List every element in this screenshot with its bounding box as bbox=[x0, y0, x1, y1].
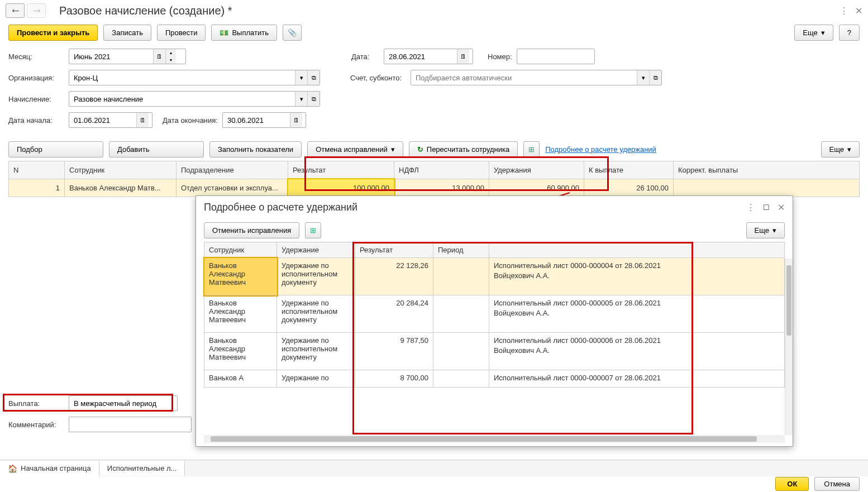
account-label: Счет, субконто: bbox=[350, 74, 406, 82]
col-dept[interactable]: Подразделение bbox=[177, 161, 288, 179]
dcol-period[interactable]: Период bbox=[433, 242, 489, 258]
dcol-desc[interactable] bbox=[489, 242, 785, 258]
number-input[interactable] bbox=[517, 50, 590, 63]
payout-label: Выплата: bbox=[8, 399, 64, 408]
dcol-employee[interactable]: Сотрудник bbox=[204, 242, 277, 258]
dropdown-icon[interactable]: ▾ bbox=[637, 70, 649, 85]
date-label: Дата: bbox=[351, 52, 379, 61]
cancel-fix-button[interactable]: Отмена исправлений ▾ bbox=[307, 141, 403, 157]
dcol-deduction[interactable]: Удержание bbox=[277, 242, 355, 258]
tab-exec[interactable]: Исполнительные л... bbox=[99, 461, 185, 476]
save-button[interactable]: Записать bbox=[103, 25, 151, 41]
select-button[interactable]: Подбор bbox=[8, 141, 103, 157]
popup-columns-button[interactable]: ⊞ bbox=[305, 222, 321, 238]
popup-title: Подробнее о расчете удержаний bbox=[204, 202, 746, 213]
col-n[interactable]: N bbox=[9, 161, 65, 179]
pay-button[interactable]: 💵Выплатить bbox=[211, 25, 277, 41]
refresh-icon: ↻ bbox=[417, 145, 423, 154]
col-ndfl[interactable]: НДФЛ bbox=[394, 161, 489, 179]
tab-home[interactable]: 🏠Начальная страница bbox=[0, 461, 99, 476]
col-payout[interactable]: К выплате bbox=[584, 161, 674, 179]
comment-label: Комментарий: bbox=[8, 421, 64, 429]
popup-more-button[interactable]: Еще ▾ bbox=[746, 222, 785, 238]
date-input[interactable] bbox=[384, 50, 457, 63]
end-label: Дата окончания: bbox=[163, 116, 218, 125]
attach-button[interactable]: 📎 bbox=[283, 25, 302, 41]
columns-button[interactable]: ⊞ bbox=[523, 141, 540, 157]
calendar-icon[interactable]: 🗓 bbox=[153, 49, 165, 64]
cancel-button[interactable]: Отмена bbox=[814, 477, 860, 491]
detail-row[interactable]: Ваньков Александр Матвеевич Удержание по… bbox=[204, 258, 785, 295]
detail-row[interactable]: Ваньков Александр Матвеевич Удержание по… bbox=[204, 295, 785, 333]
dropdown-icon[interactable]: ▾ bbox=[295, 92, 307, 106]
columns-icon: ⊞ bbox=[310, 226, 316, 235]
scrollbar-v[interactable] bbox=[785, 259, 793, 435]
more-button[interactable]: Еще ▾ bbox=[794, 25, 833, 41]
calendar-icon[interactable]: 🗓 bbox=[290, 113, 302, 127]
kebab-icon[interactable]: ⋮ bbox=[840, 6, 848, 16]
chevron-down-icon: ▾ bbox=[772, 226, 776, 235]
detail-row[interactable]: Ваньков А Удержание по 8 700,00 Исполнит… bbox=[204, 370, 785, 388]
help-button[interactable]: ? bbox=[839, 25, 860, 41]
fwd-button[interactable]: 🡒 bbox=[27, 3, 46, 18]
fill-button[interactable]: Заполнить показатели bbox=[209, 141, 302, 157]
open-icon[interactable]: ⧉ bbox=[649, 70, 661, 85]
org-label: Организация: bbox=[8, 74, 64, 82]
number-label: Номер: bbox=[488, 52, 512, 61]
month-input[interactable] bbox=[69, 50, 153, 63]
back-button[interactable]: 🡐 bbox=[6, 3, 25, 18]
start-input[interactable] bbox=[69, 114, 136, 127]
accrual-label: Начисление: bbox=[8, 95, 64, 103]
month-label: Месяц: bbox=[8, 52, 64, 61]
detail-table: Сотрудник Удержание Результат Период Ван… bbox=[204, 242, 785, 388]
chevron-down-icon: ▾ bbox=[391, 145, 395, 154]
col-deduction[interactable]: Удержания bbox=[489, 161, 584, 179]
popup-cancel-fix-button[interactable]: Отменить исправления bbox=[204, 222, 299, 238]
end-input[interactable] bbox=[223, 114, 290, 127]
calendar-icon[interactable]: 🗓 bbox=[457, 49, 469, 64]
cash-icon: 💵 bbox=[220, 28, 228, 37]
comment-input[interactable] bbox=[69, 418, 187, 431]
recalc-button[interactable]: ↻ Пересчитать сотрудника bbox=[409, 141, 518, 157]
dropdown-icon[interactable]: ▾ bbox=[295, 70, 307, 85]
detail-link[interactable]: Подробнее о расчете удержаний bbox=[545, 145, 656, 154]
start-label: Дата начала: bbox=[8, 116, 64, 125]
open-icon[interactable]: ⧉ bbox=[307, 70, 319, 85]
month-down[interactable]: ▾ bbox=[166, 56, 176, 64]
page-title: Разовое начисление (создание) * bbox=[59, 4, 840, 17]
tabs-bar: 🏠Начальная страница Исполнительные л... bbox=[0, 460, 868, 476]
open-icon[interactable]: ⧉ bbox=[307, 92, 319, 106]
close-icon[interactable]: ✕ bbox=[778, 202, 785, 213]
month-up[interactable]: ▴ bbox=[166, 49, 176, 56]
col-employee[interactable]: Сотрудник bbox=[65, 161, 177, 179]
col-result[interactable]: Результат bbox=[288, 161, 394, 179]
more-button-2[interactable]: Еще ▾ bbox=[821, 141, 860, 157]
add-button[interactable]: Добавить bbox=[109, 141, 204, 157]
paperclip-icon: 📎 bbox=[288, 28, 297, 37]
kebab-icon[interactable]: ⋮ bbox=[746, 202, 755, 213]
accrual-input[interactable] bbox=[69, 93, 295, 106]
close-icon[interactable]: ✕ bbox=[855, 6, 862, 16]
calendar-icon[interactable]: 🗓 bbox=[136, 113, 149, 127]
payout-input[interactable] bbox=[69, 397, 173, 410]
org-input[interactable] bbox=[69, 71, 295, 84]
ok-button[interactable]: ОК bbox=[775, 477, 809, 491]
col-correct[interactable]: Коррект. выплаты bbox=[674, 161, 860, 179]
chevron-down-icon: ▾ bbox=[847, 145, 851, 154]
columns-icon: ⊞ bbox=[528, 145, 535, 154]
main-table: N Сотрудник Подразделение Результат НДФЛ… bbox=[8, 161, 860, 197]
dcol-result[interactable]: Результат bbox=[355, 242, 433, 258]
maximize-icon[interactable]: ☐ bbox=[763, 203, 770, 212]
home-icon: 🏠 bbox=[8, 464, 17, 473]
detail-popup: Подробнее о расчете удержаний ⋮ ☐ ✕ Отме… bbox=[195, 195, 793, 447]
post-button[interactable]: Провести bbox=[157, 25, 206, 41]
detail-row[interactable]: Ваньков Александр Матвеевич Удержание по… bbox=[204, 333, 785, 370]
post-close-button[interactable]: Провести и закрыть bbox=[8, 25, 98, 41]
table-row[interactable]: 1 Ваньков Александр Матв... Отдел устано… bbox=[9, 179, 860, 197]
scrollbar-h[interactable] bbox=[204, 435, 785, 443]
account-input[interactable] bbox=[411, 71, 637, 84]
chevron-down-icon: ▾ bbox=[821, 28, 825, 37]
